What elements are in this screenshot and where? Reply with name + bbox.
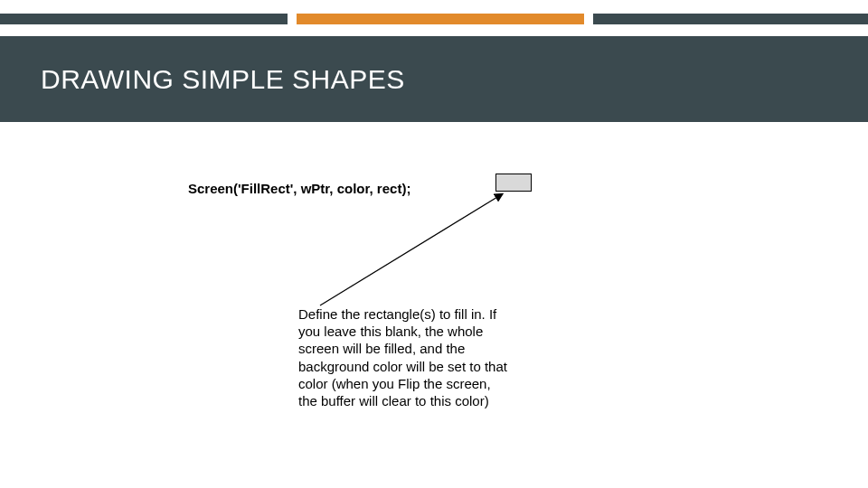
svg-line-1 [320,194,502,305]
accent-band-middle [297,14,584,24]
accent-band-left [0,14,288,24]
blank-rectangle [495,174,532,192]
slide: DRAWING SIMPLE SHAPES Screen('FillRect',… [0,0,868,488]
title-bar: DRAWING SIMPLE SHAPES [0,36,868,122]
description-text: Define the rectangle(s) to fill in. If y… [298,305,508,409]
page-title: DRAWING SIMPLE SHAPES [0,64,405,95]
code-line: Screen('FillRect', wPtr, color, rect); [188,181,410,196]
accent-band-right [593,14,868,24]
